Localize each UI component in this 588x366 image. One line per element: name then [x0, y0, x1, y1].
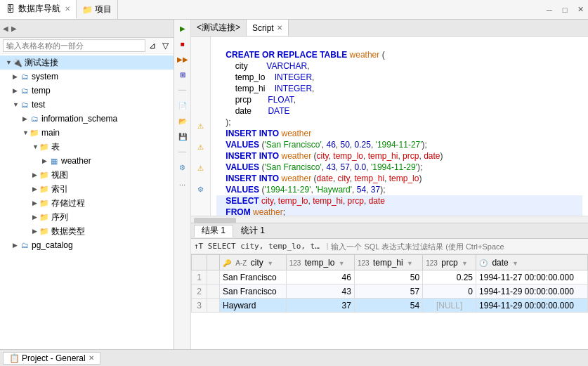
- schema-icon-test: 🗂: [20, 100, 30, 110]
- filter-icon[interactable]: ▽: [159, 40, 171, 51]
- tab-db-nav-close[interactable]: ✕: [65, 5, 70, 13]
- th-city-label: city: [251, 258, 263, 268]
- schema-icon-is: 🗂: [30, 114, 39, 124]
- open-btn[interactable]: 📂: [176, 114, 190, 128]
- tree-label-system: system: [32, 72, 58, 81]
- editor-tab-conn[interactable]: <测试连接>: [191, 20, 247, 36]
- run-script-btn[interactable]: ▶▶: [176, 52, 190, 66]
- editor-tabs: <测试连接> Script ✕: [191, 20, 588, 37]
- settings-btn[interactable]: ⚙: [176, 160, 190, 174]
- temphi-sort-icon[interactable]: ▼: [407, 260, 413, 267]
- new-sql-btn[interactable]: 📄: [176, 98, 190, 112]
- win-minimize-btn[interactable]: ─: [542, 2, 557, 18]
- filter-button[interactable]: ⊿: [147, 40, 158, 51]
- table-row: 1 San Francisco 46 50 0.25 1994-11-27 00…: [192, 270, 588, 285]
- code-line-16: FROM weather;: [216, 207, 582, 216]
- tab-project[interactable]: 📁 项目: [77, 0, 118, 19]
- tree-item-tables[interactable]: ▼ 📁 表: [0, 140, 174, 154]
- more-btn[interactable]: …: [176, 176, 190, 190]
- cell-city-2: San Francisco: [220, 285, 287, 299]
- panel-left-arrow[interactable]: ◀: [3, 25, 8, 32]
- templo-type: 123: [289, 259, 301, 267]
- prcp-sort-icon[interactable]: ▼: [462, 260, 468, 267]
- th-temp-lo[interactable]: 123 temp_lo ▼: [286, 255, 354, 270]
- prcp-type: 123: [426, 259, 438, 267]
- gutter: ⚠ ⚠ ⚠ ⚙: [191, 37, 211, 216]
- save-btn[interactable]: 💾: [176, 129, 190, 143]
- th-date[interactable]: 🕐 date ▼: [476, 255, 588, 270]
- run-btn[interactable]: ▶: [176, 21, 190, 35]
- right-panel: <测试连接> Script ✕ ⚠ ⚠: [191, 20, 588, 349]
- bottom-tab-project[interactable]: 📋 Project - General ✕: [3, 352, 100, 365]
- code-content[interactable]: CREATE OR REPLACE TABLE weather ( city V…: [211, 37, 588, 216]
- cell-templo-1: 46: [286, 270, 354, 285]
- warning-icon-2: ⚠: [197, 143, 204, 151]
- panel-right-arrow[interactable]: ▶: [11, 25, 17, 32]
- sequences-folder-icon: 📁: [39, 212, 49, 222]
- expand-arrow-test: ▼: [13, 101, 20, 108]
- table-row: 2 San Francisco 43 57 0 1994-11-29 00:00…: [192, 285, 588, 299]
- code-line-15: SELECT city, temp_lo, temp_hi, prcp, dat…: [216, 195, 582, 207]
- th-city[interactable]: 🔑 A-Z city ▼: [220, 255, 287, 270]
- result-tab-1-label: 结果 1: [202, 225, 226, 237]
- editor-area[interactable]: ⚠ ⚠ ⚠ ⚙ CREATE OR REPLACE TABLE weather …: [191, 37, 588, 216]
- tree-item-temp[interactable]: ▶ 🗂 temp: [0, 84, 174, 98]
- top-tab-bar: 🗄 数据库导航 ✕ 📁 项目 ─ □ ✕: [0, 0, 588, 20]
- row-num-1: 1: [192, 270, 207, 285]
- th-temp-hi[interactable]: 123 temp_hi ▼: [354, 255, 422, 270]
- tree-item-views[interactable]: ▶ 📁 视图: [0, 168, 174, 182]
- tree-label-weather: weather: [61, 156, 91, 166]
- sql-preview: ↑T SELECT city, temp_lo, temp_hi, prcp, …: [194, 242, 321, 251]
- db-nav-icon: 🗄: [6, 4, 15, 14]
- stop-btn[interactable]: ■: [176, 37, 190, 51]
- tree-item-indexes[interactable]: ▶ 📁 索引: [0, 182, 174, 196]
- tree-item-system[interactable]: ▶ 🗂 system: [0, 70, 174, 84]
- explain-btn[interactable]: ⊞: [176, 67, 190, 81]
- row-icon-1: [207, 270, 220, 285]
- tree-item-weather[interactable]: ▶ ▦ weather: [0, 154, 174, 168]
- cell-prcp-3: [NULL]: [423, 299, 476, 313]
- city-sort-icon[interactable]: ▼: [267, 260, 273, 267]
- bottom-tab-close[interactable]: ✕: [89, 354, 94, 362]
- bottom-tab-label: Project - General: [22, 353, 86, 363]
- cell-temphi-1: 50: [354, 270, 422, 285]
- script-tab-label: Script: [252, 23, 274, 33]
- templo-sort-icon[interactable]: ▼: [339, 260, 345, 267]
- cell-temphi-2: 57: [354, 285, 422, 299]
- editor-tab-script[interactable]: Script ✕: [247, 20, 289, 36]
- th-prcp[interactable]: 123 prcp ▼: [423, 255, 476, 270]
- project-icon: 📁: [82, 5, 92, 15]
- win-close-btn[interactable]: ✕: [573, 2, 588, 18]
- code-line-13: INSERT INTO weather (date, city, temp_hi…: [216, 173, 582, 184]
- result-filter-input[interactable]: [331, 242, 585, 251]
- tree-item-sequences[interactable]: ▶ 📁 序列: [0, 210, 174, 224]
- table-icon-weather: ▦: [49, 156, 59, 166]
- win-restore-btn[interactable]: □: [557, 2, 573, 18]
- cell-prcp-1: 0.25: [423, 270, 476, 285]
- search-row: ⊿ ▽: [0, 38, 174, 54]
- result-tab-1[interactable]: 结果 1: [194, 225, 233, 237]
- tree-label-procs: 存储过程: [51, 197, 85, 209]
- search-input[interactable]: [3, 39, 145, 52]
- bottom-bar: 📋 Project - General ✕: [0, 349, 588, 366]
- tree-item-information-schema[interactable]: ▶ 🗂 information_schema: [0, 112, 174, 126]
- tree-item-test[interactable]: ▼ 🗂 test: [0, 98, 174, 112]
- tree-item-procs[interactable]: ▶ 📁 存储过程: [0, 196, 174, 210]
- tree-item-pg-catalog[interactable]: ▶ 🗂 pg_catalog: [0, 238, 174, 252]
- code-line-6: prcp FLOAT,: [216, 94, 582, 105]
- tab-db-nav[interactable]: 🗄 数据库导航 ✕: [0, 0, 77, 19]
- editor-scrollbar[interactable]: [191, 216, 588, 223]
- tables-folder-icon: 📁: [39, 142, 49, 152]
- result-tab-2[interactable]: 统计 1: [233, 225, 273, 237]
- conn-tab-label: <测试连接>: [197, 22, 240, 34]
- date-sort-icon[interactable]: ▼: [512, 260, 518, 267]
- tree-item-main[interactable]: ▼ 📁 main: [0, 126, 174, 140]
- script-tab-close[interactable]: ✕: [277, 24, 282, 32]
- tree-item-datatypes[interactable]: ▶ 📁 数据类型: [0, 224, 174, 238]
- main-layout: ◀ ▶ ⊿ ▽ ▼ 🔌 测试连接 ▶ 🗂 system: [0, 20, 588, 349]
- tree-connection[interactable]: ▼ 🔌 测试连接: [0, 55, 174, 70]
- result-table[interactable]: 🔑 A-Z city ▼ 123 temp_lo ▼: [191, 254, 588, 349]
- cell-date-3: 1994-11-29 00:00:00.000: [476, 299, 588, 313]
- editor-toolbar-vert: ▶ ■ ▶▶ ⊞ ─ 📄 📂 💾 ─ ⚙ …: [174, 20, 191, 349]
- result-panel: 结果 1 统计 1 ↑T SELECT city, temp_lo, temp_…: [191, 223, 588, 349]
